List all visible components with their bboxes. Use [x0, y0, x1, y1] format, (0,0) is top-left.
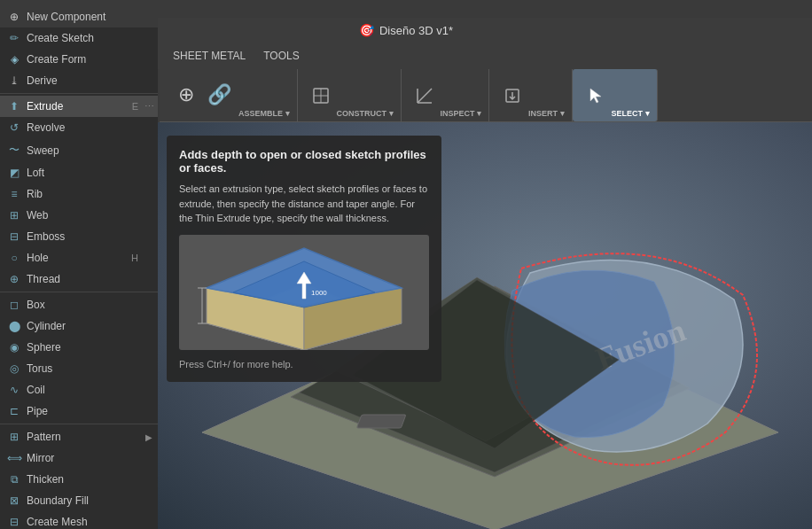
pattern-label: Pattern — [27, 431, 61, 443]
sidebar-item-box[interactable]: ◻ Box — [0, 294, 158, 315]
new-component-label: New Component — [27, 11, 105, 23]
sidebar-item-sphere[interactable]: ◉ Sphere — [0, 337, 158, 358]
emboss-icon: ⊟ — [7, 230, 21, 243]
sidebar-item-boundary-fill[interactable]: ⊠ Boundary Fill — [0, 490, 158, 511]
hole-icon: ○ — [7, 252, 21, 264]
new-component-icon: ⊕ — [7, 11, 21, 23]
torus-label: Torus — [27, 362, 52, 375]
web-icon: ⊞ — [7, 209, 21, 222]
pipe-icon: ⊏ — [7, 405, 21, 417]
mirror-label: Mirror — [27, 452, 54, 464]
pattern-icon: ⊞ — [7, 431, 21, 443]
derive-icon: ⤓ — [7, 74, 21, 87]
sidebar-item-new-component[interactable]: ⊕ New Component — [0, 0, 158, 27]
tooltip-title: Adds depth to open or closed sketch prof… — [179, 148, 429, 175]
derive-label: Derive — [27, 74, 58, 87]
sidebar-item-coil[interactable]: ∿ Coil — [0, 379, 158, 401]
revolve-label: Revolve — [27, 121, 65, 134]
boundary-fill-icon: ⊠ — [7, 494, 21, 507]
toolbar-btn-assemble-2[interactable]: 🔗 — [202, 82, 237, 109]
torus-icon: ◎ — [7, 362, 21, 375]
pipe-label: Pipe — [27, 405, 48, 417]
extrude-label: Extrude — [27, 100, 63, 113]
create-sketch-label: Create Sketch — [27, 32, 94, 44]
extrude-icon: ⬆ — [7, 100, 21, 113]
sidebar-item-cylinder[interactable]: ⬤ Cylinder — [0, 315, 158, 337]
tooltip-footer: Press Ctrl+/ for more help. — [179, 359, 429, 370]
hole-shortcut: H — [131, 253, 138, 263]
tooltip-body: Select an extrusion type, select sketch … — [179, 182, 429, 226]
create-mesh-icon: ⊟ — [7, 516, 21, 528]
thicken-icon: ⧉ — [7, 473, 21, 486]
app-title: Diseño 3D v1* — [379, 24, 453, 37]
toolbar-label-insert: INSERT ▾ — [528, 109, 565, 121]
coil-icon: ∿ — [7, 384, 21, 396]
toolbar-btn-assemble-1[interactable]: ⊕ — [170, 82, 202, 109]
toolbar-group-insert: INSERT ▾ — [489, 69, 573, 121]
toolbar: ⊕ 🔗 ASSEMBLE ▾ CONSTRUCT ▾ INSPECT ▾ — [160, 69, 812, 122]
title-icon: 🎯 — [359, 23, 374, 37]
emboss-label: Emboss — [27, 230, 65, 243]
sidebar-item-loft[interactable]: ◩ Loft — [0, 162, 158, 183]
toolbar-btn-select[interactable] — [580, 83, 612, 108]
box-icon: ◻ — [7, 299, 21, 311]
sphere-icon: ◉ — [7, 341, 21, 354]
sidebar-item-pipe[interactable]: ⊏ Pipe — [0, 401, 158, 422]
toolbar-label-select: SELECT ▾ — [612, 109, 650, 121]
thread-icon: ⊕ — [7, 273, 21, 285]
extrude-shortcut: E — [132, 101, 138, 112]
sidebar-item-pattern[interactable]: ⊞ Pattern ▶ — [0, 426, 158, 447]
menu-item-tools[interactable]: TOOLS — [254, 43, 308, 69]
sidebar-item-extrude[interactable]: ⬆ Extrude E ⋯ — [0, 96, 158, 117]
extrude-more[interactable]: ⋯ — [144, 101, 154, 113]
rib-label: Rib — [27, 188, 43, 200]
cylinder-icon: ⬤ — [7, 320, 21, 332]
menu-item-sheet-metal[interactable]: SHEET METAL — [164, 43, 254, 69]
hole-label: Hole — [27, 252, 49, 264]
toolbar-btn-insert-1[interactable] — [496, 83, 528, 108]
sidebar-item-create-sketch[interactable]: ✏ Create Sketch — [0, 27, 158, 49]
toolbar-btn-inspect-1[interactable] — [409, 83, 441, 108]
box-label: Box — [27, 299, 45, 311]
sweep-label: Sweep — [27, 144, 59, 157]
toolbar-group-assemble: ⊕ 🔗 ASSEMBLE ▾ — [163, 69, 298, 121]
toolbar-group-select: SELECT ▾ — [573, 69, 658, 121]
sidebar-item-thread[interactable]: ⊕ Thread — [0, 268, 158, 290]
thread-label: Thread — [27, 273, 60, 285]
sidebar-item-rib[interactable]: ≡ Rib — [0, 183, 158, 205]
toolbar-label-construct: CONSTRUCT ▾ — [337, 109, 394, 121]
sidebar: ⊕ New Component ✏ Create Sketch ◈ Create… — [0, 0, 158, 529]
create-mesh-label: Create Mesh — [27, 516, 88, 528]
thicken-label: Thicken — [27, 473, 64, 486]
svg-rect-14 — [356, 415, 405, 428]
sidebar-item-revolve[interactable]: ↺ Revolve — [0, 117, 158, 138]
sidebar-item-hole[interactable]: ○ Hole H — [0, 247, 158, 268]
coil-label: Coil — [27, 384, 45, 396]
sidebar-item-mirror[interactable]: ⟺ Mirror — [0, 447, 158, 469]
tooltip-image: 1000 — [179, 235, 429, 350]
sidebar-item-torus[interactable]: ◎ Torus — [0, 358, 158, 379]
toolbar-label-assemble: ASSEMBLE ▾ — [238, 109, 290, 121]
sidebar-item-create-mesh[interactable]: ⊟ Create Mesh — [0, 511, 158, 529]
toolbar-label-inspect: INSPECT ▾ — [441, 109, 482, 121]
mirror-icon: ⟺ — [7, 452, 21, 464]
toolbar-group-construct: CONSTRUCT ▾ — [298, 69, 402, 121]
loft-label: Loft — [27, 167, 44, 179]
create-form-icon: ◈ — [7, 53, 21, 66]
toolbar-group-inspect: INSPECT ▾ — [402, 69, 490, 121]
sidebar-item-web[interactable]: ⊞ Web — [0, 205, 158, 226]
sidebar-item-emboss[interactable]: ⊟ Emboss — [0, 226, 158, 247]
sidebar-item-derive[interactable]: ⤓ Derive — [0, 70, 158, 91]
loft-icon: ◩ — [7, 167, 21, 179]
sidebar-item-sweep[interactable]: 〜 Sweep — [0, 138, 158, 162]
toolbar-btn-construct-1[interactable] — [305, 83, 337, 108]
sphere-label: Sphere — [27, 341, 61, 354]
sidebar-item-create-form[interactable]: ◈ Create Form — [0, 49, 158, 70]
create-sketch-icon: ✏ — [7, 32, 21, 44]
svg-line-3 — [418, 89, 432, 103]
viewport[interactable]: Fusion Adds depth to open or closed sket… — [158, 122, 812, 529]
sidebar-item-thicken[interactable]: ⧉ Thicken — [0, 469, 158, 490]
cylinder-label: Cylinder — [27, 320, 66, 332]
create-form-label: Create Form — [27, 53, 86, 66]
pattern-arrow: ▶ — [145, 432, 152, 442]
